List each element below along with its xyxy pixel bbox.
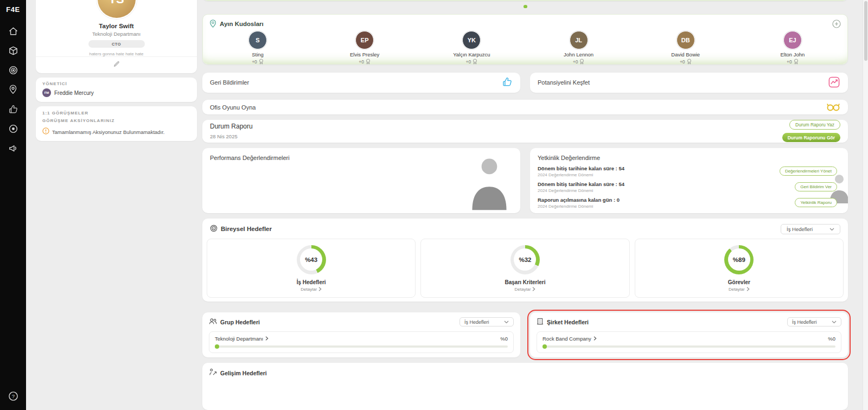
medal-icon	[366, 59, 371, 66]
competency-row-sub: 2024 Değerlendirme Dönemi	[538, 204, 620, 209]
goal-details-link[interactable]: Detaylar	[729, 287, 750, 292]
goal-box-success-criteria[interactable]: %32 Başarı Kriterleri Detaylar	[420, 239, 629, 298]
goal-details-link[interactable]: Detaylar	[515, 287, 536, 292]
competency-report-button[interactable]: Yetkinlik Raporu	[795, 198, 837, 207]
competency-row-sub: 2024 Değerlendirme Dönemi	[538, 188, 624, 193]
kudos-person[interactable]: EP Elvis Presley +0	[340, 31, 390, 66]
profile-name: Taylor Swift	[36, 23, 197, 29]
kudos-person-name: Elvis Presley	[340, 52, 390, 57]
feedback-thumb-icon	[502, 76, 513, 88]
profile-motto: haters gonna hate hate hate	[36, 52, 197, 56]
manager-avatar: FM	[42, 88, 51, 97]
kudos-person[interactable]: S Sting +0	[233, 31, 283, 66]
development-goals-card: Gelişim Hedefleri	[202, 363, 848, 410]
kudos-person-name: David Bowie	[661, 52, 711, 57]
feedback-card[interactable]: Geri Bildirimler	[202, 73, 520, 93]
status-report-card: Durum Raporu 28 Nis 2025 Durum Raporu Ya…	[202, 120, 848, 142]
status-report-title: Durum Raporu	[210, 123, 253, 130]
performance-card[interactable]: Performans Değerlendirmeleri	[202, 148, 520, 213]
kudos-person-name: Sting	[233, 52, 283, 57]
nav-announcements[interactable]	[7, 143, 20, 156]
competency-row: Dönem bitiş tarihine kalan süre : 54 202…	[538, 165, 840, 177]
goal-details-link[interactable]: Detaylar	[301, 287, 322, 292]
goal-box-business[interactable]: %43 İş Hedefleri Detaylar	[207, 239, 416, 298]
kudos-person-name: John Lennon	[554, 52, 604, 57]
kudos-more-icon[interactable]	[832, 20, 841, 28]
manager-name: Freddie Mercury	[54, 90, 94, 96]
progress-ring: %43	[297, 245, 326, 274]
competency-row: Dönem bitiş tarihine kalan süre : 54 202…	[538, 181, 840, 193]
chevron-right-icon	[265, 336, 269, 342]
profile-column: TS Taylor Swift Teknoloji Departmanı CTO…	[36, 0, 197, 410]
competency-row-text: Dönem bitiş tarihine kalan süre : 54	[538, 181, 624, 187]
kudos-count: +0	[359, 59, 364, 65]
kudos-count: +0	[252, 59, 257, 65]
goal-box-tasks[interactable]: %89 Görevler Detaylar	[635, 239, 844, 298]
manager-row[interactable]: FM Freddie Mercury	[42, 88, 190, 97]
kudos-person-name: Yalçın Karpuzcu	[446, 52, 496, 57]
announcement-card[interactable]: 31 Ara 2025	[202, 0, 848, 1]
warning-icon	[42, 127, 49, 137]
view-status-report-button[interactable]: Durum Raporunu Gör	[782, 133, 840, 142]
help-icon: ?	[8, 391, 18, 403]
group-goal-item[interactable]: Teknoloji Departmanı %0	[209, 331, 514, 353]
disc-icon	[8, 124, 18, 136]
nav-feedback[interactable]	[7, 104, 20, 117]
nav-goals[interactable]	[7, 65, 20, 78]
kudos-person[interactable]: DB David Bowie +0	[661, 31, 711, 66]
kudos-people-row: S Sting +0 EP Elvis Presley +0 YK Yalçın…	[203, 31, 847, 66]
group-goals-filter-select[interactable]: İş Hedefleri	[459, 317, 514, 326]
progress-ring: %32	[510, 245, 540, 274]
competency-row-text: Dönem bitiş tarihine kalan süre : 54	[538, 165, 624, 171]
edit-profile-icon[interactable]	[113, 61, 120, 67]
avatar: EJ	[783, 31, 802, 49]
carousel-dot[interactable]	[524, 5, 527, 8]
kudos-person[interactable]: EJ Elton John +0	[768, 31, 818, 66]
avatar: YK	[462, 31, 481, 49]
chevron-down-icon	[504, 319, 509, 325]
goal-label: Görevler	[728, 279, 750, 285]
competency-row: Raporun açılmasına kalan gün : 0 2024 De…	[538, 197, 840, 209]
individual-goals-title: Bireysel Hedefler	[221, 226, 272, 232]
chevron-right-icon	[746, 287, 750, 292]
individual-goals-filter-select[interactable]: İş Hedefleri	[781, 224, 840, 234]
filter-value: İş Hedefleri	[464, 319, 489, 325]
manage-reviews-button[interactable]: Değerlendirmeleri Yönet	[780, 166, 837, 176]
company-goal-item[interactable]: Rock Band Company %0	[537, 331, 841, 353]
filter-value: İş Hedefleri	[787, 226, 813, 232]
nav-home[interactable]	[7, 25, 20, 39]
kudos-person-name: Elton John	[768, 52, 818, 57]
growth-icon	[209, 368, 217, 378]
competency-title: Yetkinlik Değerlendirme	[538, 155, 840, 161]
avatar: DB	[676, 31, 695, 49]
progress-dot	[542, 344, 547, 349]
kudos-person[interactable]: YK Yalçın Karpuzcu +0	[446, 31, 496, 66]
give-feedback-button[interactable]: Geri Bildirim Ver	[795, 182, 837, 191]
profile-department: Teknoloji Departmanı	[36, 31, 197, 37]
kudos-person[interactable]: JL John Lennon +0	[554, 31, 604, 66]
group-goals-title: Grup Hedefleri	[220, 319, 260, 325]
progress-value: %32	[514, 248, 536, 271]
filter-value: İş Hedefleri	[792, 319, 817, 325]
avatar: S	[248, 31, 267, 49]
nav-performance[interactable]	[7, 123, 20, 136]
office-game-card[interactable]: Ofis Oyunu Oyna	[202, 100, 848, 115]
avatar: JL	[570, 31, 588, 49]
profile-avatar: TS	[97, 0, 137, 19]
potential-card[interactable]: Potansiyelini Keşfet	[530, 73, 848, 93]
scrollbar[interactable]	[863, 0, 868, 410]
scrollbar-thumb[interactable]	[864, 1, 867, 61]
chevron-right-icon	[318, 287, 322, 292]
company-goals-title: Şirket Hedefleri	[547, 319, 589, 325]
nav-discover[interactable]	[7, 84, 20, 97]
chevron-right-icon	[593, 336, 597, 342]
nav-modules[interactable]	[7, 45, 20, 58]
people-icon	[209, 317, 217, 327]
content: TS Taylor Swift Teknoloji Departmanı CTO…	[26, 0, 868, 410]
company-goal-percent: %0	[828, 336, 835, 342]
meetings-card: 1:1 GÖRÜŞMELER GÖRÜŞME AKSİYONLARINIZ Ta…	[36, 106, 197, 141]
write-status-report-button[interactable]: Durum Raporu Yaz	[789, 120, 840, 130]
avatar: EP	[355, 31, 374, 49]
nav-help[interactable]: ?	[7, 390, 20, 403]
company-goals-filter-select[interactable]: İş Hedefleri	[787, 317, 841, 326]
